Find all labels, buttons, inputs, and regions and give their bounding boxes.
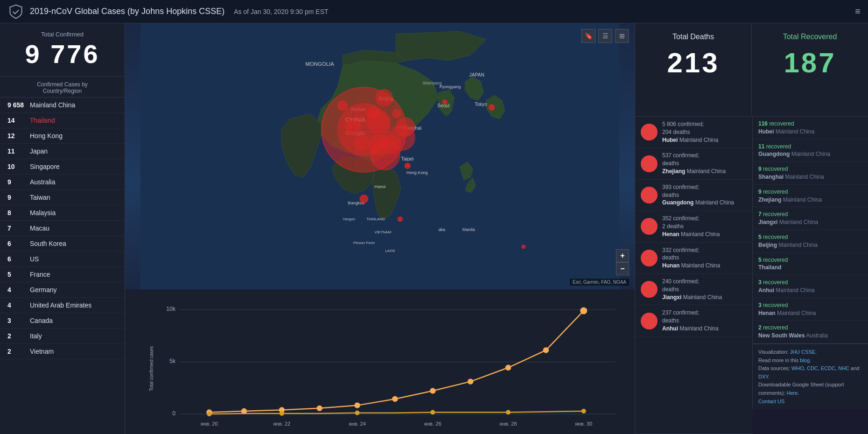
nhc-link[interactable]: NHC <box>838 365 849 371</box>
recovered-list-item[interactable]: 9 recoveredShanghai Mainland China <box>753 162 868 185</box>
recovered-list-item[interactable]: 11 recoveredGuangdong Mainland China <box>753 140 868 162</box>
country-count: 12 <box>7 132 26 140</box>
zoom-in-btn[interactable]: + <box>616 249 629 262</box>
country-list-item[interactable]: 8Malaysia <box>0 205 125 221</box>
cdc-link[interactable]: CDC <box>807 365 818 371</box>
right-bottom: 5 806 confirmed;204 deathsHubei Mainland… <box>635 117 868 434</box>
svg-point-76 <box>355 411 360 415</box>
country-list-item[interactable]: 2Italy <box>0 329 125 344</box>
page-title: 2019-nCoV Global Cases (by Johns Hopkins… <box>30 7 224 16</box>
svg-text:JAPAN: JAPAN <box>469 72 484 77</box>
recovered-list-item[interactable]: 5 recoveredBeijing Mainland China <box>753 230 868 253</box>
death-list-item[interactable]: 393 confirmed;deathsGuangdong Mainland C… <box>635 180 752 211</box>
svg-text:Hanoi: Hanoi <box>375 184 386 189</box>
here-link[interactable]: Here <box>787 390 798 396</box>
country-count: 14 <box>7 117 26 124</box>
country-count: 3 <box>7 317 26 324</box>
sheet-pre: Downloadable Google Sheet (support comme… <box>758 382 844 396</box>
recovered-list-item[interactable]: 2 recoveredNew South Wales Australia <box>753 321 868 343</box>
country-list-item[interactable]: 7Macau <box>0 221 125 236</box>
country-name: Italy <box>30 332 42 340</box>
who-link[interactable]: WHO <box>791 365 804 371</box>
country-list-item[interactable]: 4United Arab Emirates <box>0 298 125 313</box>
recovered-list-item[interactable]: 3 recoveredHenan Mainland China <box>753 298 868 321</box>
recovered-list-item[interactable]: 3 recoveredAnhui Mainland China <box>753 275 868 298</box>
country-list-item[interactable]: 14Thailand <box>0 113 125 128</box>
country-name: South Korea <box>30 240 66 247</box>
country-list-item[interactable]: 9Taiwan <box>0 190 125 205</box>
country-list-item[interactable]: 6South Korea <box>0 236 125 252</box>
death-circle <box>641 313 658 329</box>
country-name: Germany <box>30 286 57 294</box>
death-list-item[interactable]: 352 confirmed;2 deathsHenan Mainland Chi… <box>635 211 752 242</box>
svg-text:LAOS: LAOS <box>385 249 395 253</box>
death-info: 332 confirmed;deathsHunan Mainland China <box>662 246 720 270</box>
svg-point-75 <box>280 411 284 416</box>
source-blog-link[interactable]: blog <box>800 357 810 363</box>
country-list-item[interactable]: 2Vietnam <box>0 344 125 359</box>
country-list-item[interactable]: 5France <box>0 267 125 282</box>
list-btn[interactable]: ☰ <box>598 29 612 43</box>
map-controls: 🔖 ☰ ⊞ <box>581 29 629 43</box>
svg-point-74 <box>207 412 211 416</box>
grid-btn[interactable]: ⊞ <box>615 29 629 43</box>
map-svg: Beijing Shanghai Wuhan Chengdu Seoul Pyo… <box>125 23 635 289</box>
svg-point-27 <box>396 118 415 137</box>
recovered-col: 116 recoveredHubei Mainland China11 reco… <box>752 117 868 434</box>
country-list-item[interactable]: 9Australia <box>0 175 125 190</box>
country-count: 4 <box>7 301 26 309</box>
recovered-list-item[interactable]: 9 recoveredZhejiang Mainland China <box>753 185 868 208</box>
chart-svg: 10k 5k 0 янв. 20 янв. 22 янв. 24 янв. 26… <box>133 294 627 434</box>
svg-point-32 <box>337 100 348 111</box>
death-circle <box>641 155 658 172</box>
death-list-item[interactable]: 332 confirmed;deathsHunan Mainland China <box>635 243 752 274</box>
source-jhu-link[interactable]: JHU CSSE <box>790 349 815 355</box>
dxy-link[interactable]: DXY <box>758 374 768 379</box>
svg-text:Taipei: Taipei <box>401 156 414 161</box>
country-list-item[interactable]: 12Hong Kong <box>0 128 125 144</box>
hamburger-icon[interactable]: ≡ <box>855 6 861 17</box>
header: 2019-nCoV Global Cases (by Johns Hopkins… <box>0 0 868 23</box>
main-layout: Total Confirmed 9 776 Confirmed Cases by… <box>0 23 868 434</box>
country-count: 7 <box>7 224 26 232</box>
recovered-list-item[interactable]: 5 recoveredThailand <box>753 253 868 276</box>
death-list-item[interactable]: 537 confirmed;deathsZhejiang Mainland Ch… <box>635 148 752 179</box>
map-area[interactable]: Beijing Shanghai Wuhan Chengdu Seoul Pyo… <box>125 23 635 289</box>
zoom-controls: + − <box>616 249 629 275</box>
svg-point-31 <box>353 135 369 151</box>
death-list-item[interactable]: 5 806 confirmed;204 deathsHubei Mainland… <box>635 117 752 148</box>
death-list-item[interactable]: 240 confirmed;deathsJiangxi Mainland Chi… <box>635 274 752 305</box>
country-list-item[interactable]: 11Japan <box>0 144 125 159</box>
recovered-list-item[interactable]: 116 recoveredHubei Mainland China <box>753 117 868 140</box>
country-list-item[interactable]: 3Canada <box>0 313 125 329</box>
country-list-item[interactable]: 10Singapore <box>0 159 125 175</box>
country-name: Mainland China <box>30 101 75 109</box>
zoom-out-btn[interactable]: − <box>616 262 629 275</box>
country-count: 6 <box>7 240 26 247</box>
country-list-item[interactable]: 9 658Mainland China <box>0 98 125 113</box>
svg-text:Hong Kong: Hong Kong <box>406 170 428 175</box>
total-confirmed-number: 9 776 <box>9 40 115 69</box>
svg-point-66 <box>317 406 322 411</box>
svg-point-41 <box>521 245 525 249</box>
contact-link[interactable]: Contact US <box>758 399 784 404</box>
recovered-list-item[interactable]: 7 recoveredJiangxi Mainland China <box>753 207 868 230</box>
svg-text:янв. 30: янв. 30 <box>575 421 592 427</box>
death-list-item[interactable]: 237 confirmed;deathsAnhui Mainland China <box>635 305 752 336</box>
country-list-item[interactable]: 6US <box>0 252 125 267</box>
ecdc-link[interactable]: ECDC <box>821 365 835 371</box>
country-list-item[interactable]: 4Germany <box>0 282 125 298</box>
country-count: 9 <box>7 178 26 186</box>
death-circle <box>641 218 658 235</box>
bookmark-btn[interactable]: 🔖 <box>581 29 595 43</box>
svg-point-33 <box>367 106 380 119</box>
svg-text:MONGOLIA: MONGOLIA <box>305 61 334 67</box>
country-name: Taiwan <box>30 194 50 201</box>
header-subtitle: As of Jan 30, 2020 9:30 pm EST <box>234 8 328 15</box>
svg-text:янв. 20: янв. 20 <box>201 421 218 427</box>
country-name: Canada <box>30 317 53 324</box>
country-count: 6 <box>7 255 26 263</box>
svg-point-73 <box>580 307 587 314</box>
svg-point-26 <box>376 89 392 106</box>
recovered-list-panel: 116 recoveredHubei Mainland China11 reco… <box>752 117 868 344</box>
